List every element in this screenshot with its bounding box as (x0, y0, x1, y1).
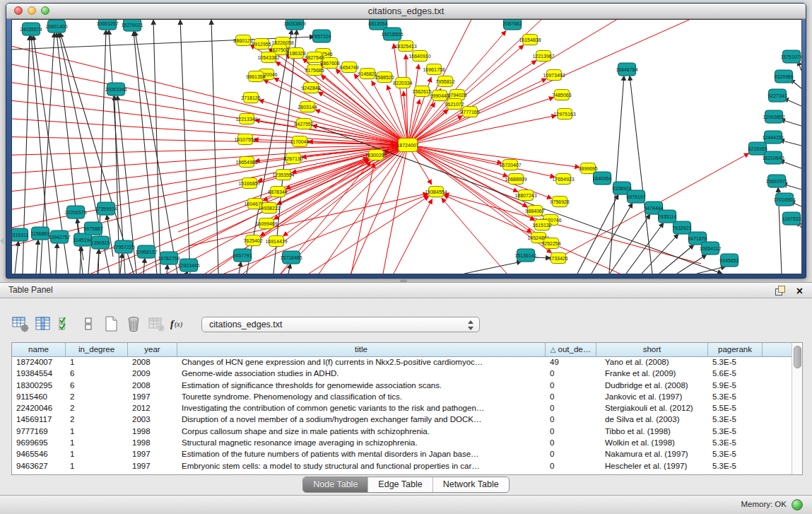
graph-node-12923446[interactable]: 12923446 (177, 259, 199, 272)
graph-node-10958107[interactable]: 10958107 (135, 245, 157, 259)
graph-node-9227343[interactable]: 9227343 (767, 89, 787, 103)
graph-node-17957225[interactable]: 17957225 (112, 240, 134, 254)
graph-node-16648784[interactable]: 16648784 (616, 63, 637, 76)
table-row[interactable]: 2242004622012Investigating the contribut… (12, 403, 802, 414)
table-row[interactable]: 1938455462009Genome-wide association stu… (12, 368, 802, 380)
graph-node-7955812[interactable]: 7955812 (435, 76, 454, 88)
graph-node-9252254[interactable]: 9252254 (541, 238, 560, 250)
graph-node-7857224[interactable]: 7857224 (312, 30, 331, 43)
column-header-short[interactable]: short (596, 343, 708, 357)
graph-node-1562615[interactable]: 1562615 (412, 86, 431, 98)
graph-node-9242848[interactable]: 9242848 (301, 83, 320, 94)
graph-node-1170044[interactable]: 1170044 (290, 136, 310, 148)
graph-node-2718126[interactable]: 2718126 (241, 93, 260, 104)
table-row[interactable]: 1456911722003Disruption of a novel membe… (12, 414, 802, 426)
import-table-button[interactable] (146, 313, 167, 334)
graph-node-12444151[interactable]: 12444151 (762, 131, 784, 144)
graph-node-12213967[interactable]: 12213967 (532, 51, 554, 62)
column-header-out_de[interactable]: △out_de… (546, 343, 596, 357)
graph-node-9756928[interactable]: 9756928 (550, 197, 569, 208)
graph-node-19384554[interactable]: 19384554 (425, 187, 447, 198)
window-titlebar[interactable]: citations_edges.txt (6, 4, 806, 19)
row-selection-button[interactable] (55, 313, 76, 334)
graph-node-18724007[interactable]: 18724007 (396, 139, 418, 153)
column-header-title[interactable]: title (177, 343, 546, 357)
graph-node-3315311[interactable]: 3315311 (12, 228, 29, 242)
graph-node-10654112[interactable]: 10654112 (700, 242, 722, 255)
graph-node-19218506[interactable]: 19218506 (381, 28, 403, 41)
graph-node-9777169[interactable]: 9777169 (460, 107, 479, 118)
graph-node-8220334[interactable]: 8220334 (393, 78, 412, 89)
graph-node-1167533[interactable]: 1167533 (782, 212, 801, 226)
delete-button[interactable] (123, 313, 144, 334)
graph-node-9175685[interactable]: 9175685 (305, 65, 324, 76)
table-row[interactable]: 969969511998Structural magnetic resonanc… (12, 438, 802, 449)
graph-node-1733426[interactable]: 1733426 (548, 253, 567, 264)
table-settings-button[interactable] (10, 313, 31, 334)
column-header-name[interactable]: name (12, 343, 66, 357)
citation-network-graph[interactable]: 1872400718325413166409101696175879558121… (12, 20, 801, 274)
graph-node-1615132[interactable]: 1615132 (532, 220, 551, 231)
graph-node-17654923[interactable]: 17654923 (552, 174, 574, 185)
table-row[interactable]: 1872400712008Changes of HCN gene express… (12, 357, 802, 368)
column-header-pagerank[interactable]: pagerank (708, 343, 763, 357)
graph-node-6979197[interactable]: 6979197 (626, 190, 645, 204)
graph-node-9861354[interactable]: 9861354 (246, 71, 265, 83)
column-visibility-button[interactable] (33, 313, 54, 334)
graph-node-9990443[interactable]: 9990443 (430, 90, 449, 102)
graph-node-16099469[interactable]: 16099469 (255, 218, 277, 230)
graph-node-8454749[interactable]: 8454749 (339, 62, 358, 74)
graph-node-18107552[interactable]: 18107552 (234, 134, 256, 146)
graph-node-15718485[interactable]: 15718485 (280, 251, 302, 264)
left-panel-collapse-arrow[interactable] (0, 238, 4, 245)
graph-node-9621072[interactable]: 9621072 (445, 99, 464, 110)
graph-node-12975163[interactable]: 12975163 (553, 109, 575, 120)
split-view-button[interactable] (78, 313, 99, 334)
table-row[interactable]: 946362711997Embryonic stem cells: a mode… (12, 461, 802, 472)
graph-node-9245652[interactable]: 9245652 (719, 254, 739, 267)
tab-edge-table[interactable]: Edge Table (368, 477, 433, 492)
graph-node-8878344[interactable]: 8878344 (268, 187, 287, 198)
graph-node-16154838[interactable]: 16154838 (519, 35, 541, 46)
graph-node-1640954[interactable]: 1640954 (592, 172, 611, 185)
graph-node-2087682[interactable]: 2087682 (502, 20, 522, 30)
tab-node-table[interactable]: Node Table (303, 477, 368, 492)
graph-node-12093852[interactable]: 12093852 (763, 110, 784, 124)
graph-node-9457791[interactable]: 9457791 (233, 249, 252, 262)
column-header-in_degree[interactable]: in_degree (66, 343, 128, 357)
column-header-year[interactable]: year (128, 343, 177, 357)
graph-node-17359924[interactable]: 17359924 (95, 202, 117, 216)
graph-node-10653257[interactable]: 10653257 (96, 20, 118, 30)
graph-node-9884067[interactable]: 9884067 (525, 206, 544, 217)
graph-node-8860123[interactable]: 8860123 (233, 35, 252, 47)
graph-node-16782759[interactable]: 16782759 (158, 252, 180, 265)
graph-node-1350515[interactable]: 1350515 (90, 236, 110, 250)
table-select-dropdown[interactable]: citations_edges.txt (201, 317, 480, 332)
scrollbar-thumb[interactable] (794, 346, 801, 368)
table-row[interactable]: 911546021997Tourette syndrome. Phenomeno… (12, 392, 802, 403)
new-file-button[interactable] (100, 313, 122, 334)
graph-node-10973493[interactable]: 10973493 (543, 70, 565, 81)
graph-node-1588520[interactable]: 1588520 (375, 72, 394, 83)
close-panel-icon[interactable]: × (796, 284, 803, 298)
graph-node-7632621[interactable]: 7632621 (672, 221, 691, 235)
graph-node-9329966[interactable]: 9329966 (774, 70, 793, 83)
graph-node-8427552[interactable]: 8427552 (294, 119, 313, 130)
table-row[interactable]: 977716911998Corpus callosum shape and si… (12, 426, 802, 438)
table-row[interactable]: 946554611997Estimation of the future num… (12, 449, 802, 460)
graph-node-19654985[interactable]: 19654985 (235, 157, 257, 168)
graph-node-16961758[interactable]: 16961758 (423, 64, 445, 76)
graph-node-16914479[interactable]: 16914479 (265, 236, 287, 247)
graph-node-2935114[interactable]: 2935114 (658, 210, 677, 223)
graph-node-13942757[interactable]: 13942757 (48, 230, 70, 244)
graph-node-20206576[interactable]: 20206576 (64, 206, 86, 219)
graph-node-8186328[interactable]: 8186328 (286, 48, 305, 59)
graph-node-15276021[interactable]: 15276021 (121, 20, 143, 32)
function-builder-button[interactable]: f(x) (168, 313, 189, 334)
tab-network-table[interactable]: Network Table (433, 477, 509, 492)
table-row[interactable]: 1830029562008Estimation of significance … (12, 380, 802, 392)
graph-node-8912955[interactable]: 8912955 (252, 39, 271, 50)
graph-node-18325413[interactable]: 18325413 (394, 41, 416, 52)
graph-node-15751074[interactable]: 15751074 (780, 50, 801, 64)
graph-node-12213349[interactable]: 12213349 (235, 114, 257, 125)
